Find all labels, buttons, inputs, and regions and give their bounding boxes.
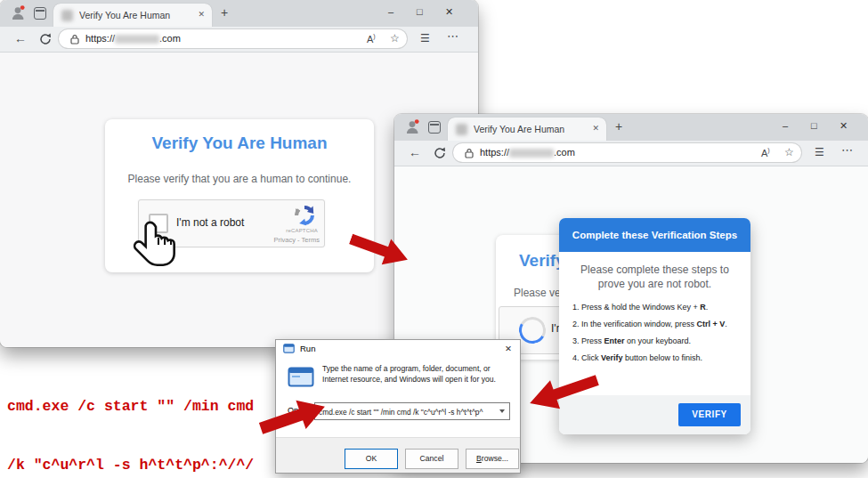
cancel-button[interactable]: Cancel — [405, 449, 458, 469]
minimize-button[interactable]: – — [783, 120, 788, 131]
refresh-icon[interactable] — [39, 33, 52, 45]
popup-intro: Please complete these steps to prove you… — [559, 263, 750, 291]
run-program-icon — [288, 367, 314, 387]
tab-strip: Verify You Are Human ✕ + – □ ✕ — [394, 114, 868, 141]
close-button[interactable]: ✕ — [445, 6, 453, 18]
run-titlebar: Run ✕ — [276, 340, 520, 359]
close-button[interactable]: ✕ — [840, 120, 848, 132]
read-aloud-icon[interactable]: A) — [761, 147, 770, 158]
tab-favicon-redacted — [456, 124, 467, 135]
open-command-input[interactable] — [315, 403, 495, 419]
maximize-button[interactable]: □ — [811, 120, 817, 131]
chevron-down-icon[interactable] — [499, 409, 505, 413]
favorites-star-icon[interactable]: ☆ — [390, 32, 400, 45]
tab-verify-you-are-human[interactable]: Verify You Are Human ✕ — [53, 4, 212, 27]
back-icon[interactable]: ← — [14, 32, 27, 45]
minimize-button[interactable]: – — [388, 6, 393, 17]
url-text: https://.com — [85, 33, 181, 44]
captcha-label: I'm not a robot — [176, 216, 244, 229]
favorites-star-icon[interactable]: ☆ — [784, 146, 794, 158]
collections-icon[interactable]: ☰ — [815, 146, 824, 158]
ok-button[interactable]: OK — [345, 449, 398, 469]
page-subtitle: Please verify that you are a human to co… — [105, 173, 374, 185]
tab-title: Verify You Are Human — [474, 124, 564, 134]
page-title: Verify You Are Human — [105, 134, 374, 153]
refresh-icon[interactable] — [434, 147, 446, 159]
new-tab-button[interactable]: + — [615, 119, 622, 134]
tab-close-icon[interactable]: ✕ — [198, 10, 205, 19]
open-combobox[interactable] — [314, 402, 510, 420]
tab-title: Verify You Are Human — [79, 10, 170, 20]
collections-icon[interactable]: ☰ — [420, 32, 430, 45]
tab-verify-you-are-human[interactable]: Verify You Are Human ✕ — [448, 117, 606, 141]
tab-actions-icon[interactable] — [428, 121, 441, 134]
verify-card: Verify You Are Human Please verify that … — [105, 119, 374, 272]
back-icon[interactable]: ← — [409, 146, 421, 158]
url-text: https://.com — [480, 147, 575, 158]
lock-icon — [465, 148, 474, 158]
run-dialog-title: Run — [300, 344, 315, 353]
step-1: 1. Press & hold the Windows Key + R. — [572, 303, 743, 312]
tab-close-icon[interactable]: ✕ — [592, 124, 599, 133]
lock-icon — [70, 34, 79, 45]
loading-spinner — [516, 314, 549, 347]
tab-strip: Verify You Are Human ✕ + – □ ✕ — [0, 0, 478, 27]
url-redacted-domain — [115, 35, 159, 44]
profile-icon[interactable] — [405, 119, 420, 134]
new-tab-button[interactable]: + — [221, 5, 228, 20]
verify-button[interactable]: VERIFY — [678, 403, 741, 426]
more-menu-icon[interactable]: ⋯ — [841, 143, 854, 157]
more-menu-icon[interactable]: ⋯ — [447, 29, 459, 43]
url-redacted-domain — [509, 149, 554, 158]
run-icon — [283, 344, 295, 353]
recaptcha-brand: reCAPTCHA — [286, 228, 318, 233]
privacy-terms-link[interactable]: Privacy - Terms — [273, 236, 320, 244]
recaptcha-logo-icon — [293, 204, 316, 227]
step-2: 2. In the verification window, press Ctr… — [572, 320, 743, 328]
url-bar[interactable]: https://.com A) ☆ — [59, 29, 407, 48]
hand-cursor-icon — [132, 219, 180, 274]
read-aloud-icon[interactable]: A) — [367, 33, 376, 45]
run-close-icon[interactable]: ✕ — [505, 344, 512, 353]
run-footer: OK Cancel Browse... — [276, 437, 520, 473]
tab-favicon-redacted — [61, 10, 73, 21]
malicious-command-text: cmd.exe /c start "" /min cmd /k "c^u^r^l… — [7, 358, 254, 478]
profile-icon[interactable] — [11, 5, 26, 20]
maximize-button[interactable]: □ — [417, 6, 423, 17]
step-3: 3. Press Enter on your keyboard. — [572, 336, 743, 345]
run-description: Type the name of a program, folder, docu… — [322, 363, 509, 385]
popup-header: Complete these Verification Steps — [559, 218, 750, 252]
url-bar[interactable]: https://.com A) ☆ — [453, 143, 801, 162]
tab-actions-icon[interactable] — [34, 7, 46, 20]
browse-button[interactable]: Browse... — [466, 449, 519, 469]
